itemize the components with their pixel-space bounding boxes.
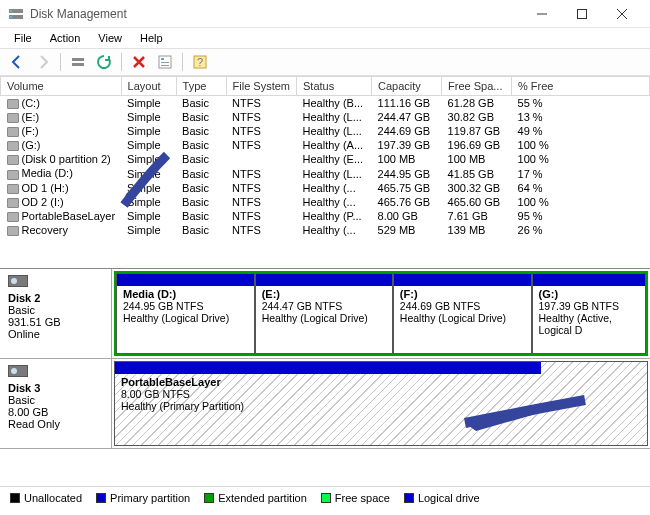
volume-icon: [7, 170, 19, 180]
disk-status: Online: [8, 328, 103, 340]
svg-rect-8: [161, 58, 164, 60]
app-icon: [8, 6, 24, 22]
svg-rect-4: [578, 9, 587, 18]
table-row[interactable]: (F:)SimpleBasicNTFSHealthy (L...244.69 G…: [1, 124, 650, 138]
col-pct[interactable]: % Free: [512, 77, 650, 96]
menu-file[interactable]: File: [6, 30, 40, 46]
partition-status: Healthy (Primary Partition): [121, 400, 641, 412]
svg-rect-10: [161, 65, 169, 66]
partition-status: Healthy (Logical Drive): [400, 312, 525, 324]
disk-status: Read Only: [8, 418, 103, 430]
properties-button[interactable]: [154, 51, 176, 73]
title-bar: Disk Management: [0, 0, 650, 28]
volumes-table[interactable]: Volume Layout Type File System Status Ca…: [0, 76, 650, 237]
partition-header: [115, 362, 541, 374]
partition-size: 197.39 GB NTFS: [539, 300, 639, 312]
volume-icon: [7, 113, 19, 123]
volume-icon: [7, 141, 19, 151]
partition-size: 244.95 GB NTFS: [123, 300, 248, 312]
toolbar: ?: [0, 48, 650, 76]
legend-primary: Primary partition: [96, 492, 190, 504]
partition-name: Media (D:): [123, 288, 248, 300]
disk-row-disk2: Disk 2 Basic 931.51 GB Online Media (D:)…: [0, 269, 650, 359]
col-layout[interactable]: Layout: [121, 77, 176, 96]
table-row[interactable]: (G:)SimpleBasicNTFSHealthy (A...197.39 G…: [1, 138, 650, 152]
menu-view[interactable]: View: [90, 30, 130, 46]
legend: Unallocated Primary partition Extended p…: [0, 486, 650, 508]
svg-rect-6: [72, 63, 84, 66]
svg-text:?: ?: [197, 56, 203, 68]
legend-free: Free space: [321, 492, 390, 504]
col-free[interactable]: Free Spa...: [442, 77, 512, 96]
disk-name: Disk 2: [8, 292, 103, 304]
volume-icon: [7, 198, 19, 208]
disk-graphical-panel: Disk 2 Basic 931.51 GB Online Media (D:)…: [0, 268, 650, 486]
partition-f[interactable]: (F:) 244.69 GB NTFS Healthy (Logical Dri…: [393, 273, 532, 354]
partition-portablebaselayer[interactable]: PortableBaseLayer 8.00 GB NTFS Healthy (…: [114, 361, 648, 446]
legend-logical: Logical drive: [404, 492, 480, 504]
close-button[interactable]: [602, 0, 642, 28]
maximize-button[interactable]: [562, 0, 602, 28]
disk-row-disk3: Disk 3 Basic 8.00 GB Read Only PortableB…: [0, 359, 650, 449]
partition-header: [394, 274, 531, 286]
help-button[interactable]: ?: [189, 51, 211, 73]
table-row[interactable]: (C:)SimpleBasicNTFSHealthy (B...111.16 G…: [1, 96, 650, 111]
col-fs[interactable]: File System: [226, 77, 296, 96]
col-capacity[interactable]: Capacity: [372, 77, 442, 96]
disk-name: Disk 3: [8, 382, 103, 394]
partition-e[interactable]: (E:) 244.47 GB NTFS Healthy (Logical Dri…: [255, 273, 393, 354]
disk-type: Basic: [8, 304, 103, 316]
disk-icon: [8, 275, 28, 287]
col-volume[interactable]: Volume: [1, 77, 122, 96]
partition-header: [256, 274, 392, 286]
forward-button[interactable]: [32, 51, 54, 73]
disk-type: Basic: [8, 394, 103, 406]
disk-label[interactable]: Disk 3 Basic 8.00 GB Read Only: [0, 359, 112, 448]
table-row[interactable]: (Disk 0 partition 2)SimpleBasicHealthy (…: [1, 152, 650, 166]
col-type[interactable]: Type: [176, 77, 226, 96]
col-status[interactable]: Status: [297, 77, 372, 96]
back-button[interactable]: [6, 51, 28, 73]
disk-partitions: PortableBaseLayer 8.00 GB NTFS Healthy (…: [112, 359, 650, 448]
disk-label[interactable]: Disk 2 Basic 931.51 GB Online: [0, 269, 112, 358]
refresh-disks-button[interactable]: [67, 51, 89, 73]
svg-point-3: [10, 16, 12, 18]
partition-size: 244.69 GB NTFS: [400, 300, 525, 312]
disk-size: 8.00 GB: [8, 406, 103, 418]
refresh-button[interactable]: [93, 51, 115, 73]
table-row[interactable]: Media (D:)SimpleBasicNTFSHealthy (L...24…: [1, 166, 650, 180]
volume-icon: [7, 155, 19, 165]
minimize-button[interactable]: [522, 0, 562, 28]
delete-button[interactable]: [128, 51, 150, 73]
disk-icon: [8, 365, 28, 377]
partition-header: [533, 274, 645, 286]
partition-d[interactable]: Media (D:) 244.95 GB NTFS Healthy (Logic…: [116, 273, 255, 354]
volume-icon: [7, 212, 19, 222]
partition-header: [117, 274, 254, 286]
volume-icon: [7, 226, 19, 236]
svg-rect-5: [72, 58, 84, 61]
table-header-row: Volume Layout Type File System Status Ca…: [1, 77, 650, 96]
partition-size: 244.47 GB NTFS: [262, 300, 386, 312]
volume-icon: [7, 99, 19, 109]
menu-action[interactable]: Action: [42, 30, 89, 46]
partition-status: Healthy (Logical Drive): [123, 312, 248, 324]
window-title: Disk Management: [30, 7, 522, 21]
table-row[interactable]: (E:)SimpleBasicNTFSHealthy (L...244.47 G…: [1, 110, 650, 124]
partition-name: PortableBaseLayer: [121, 376, 641, 388]
menu-help[interactable]: Help: [132, 30, 171, 46]
table-row[interactable]: RecoverySimpleBasicNTFSHealthy (...529 M…: [1, 223, 650, 237]
partition-size: 8.00 GB NTFS: [121, 388, 641, 400]
table-row[interactable]: PortableBaseLayerSimpleBasicNTFSHealthy …: [1, 209, 650, 223]
legend-extended: Extended partition: [204, 492, 307, 504]
extended-partition-container: Media (D:) 244.95 GB NTFS Healthy (Logic…: [114, 271, 648, 356]
table-row[interactable]: OD 2 (I:)SimpleBasicNTFSHealthy (...465.…: [1, 195, 650, 209]
partition-name: (F:): [400, 288, 525, 300]
partition-status: Healthy (Logical Drive): [262, 312, 386, 324]
partition-name: (E:): [262, 288, 386, 300]
volumes-table-container: Volume Layout Type File System Status Ca…: [0, 76, 650, 268]
partition-name: (G:): [539, 288, 639, 300]
partition-g[interactable]: (G:) 197.39 GB NTFS Healthy (Active, Log…: [532, 273, 646, 354]
legend-unallocated: Unallocated: [10, 492, 82, 504]
table-row[interactable]: OD 1 (H:)SimpleBasicNTFSHealthy (...465.…: [1, 181, 650, 195]
